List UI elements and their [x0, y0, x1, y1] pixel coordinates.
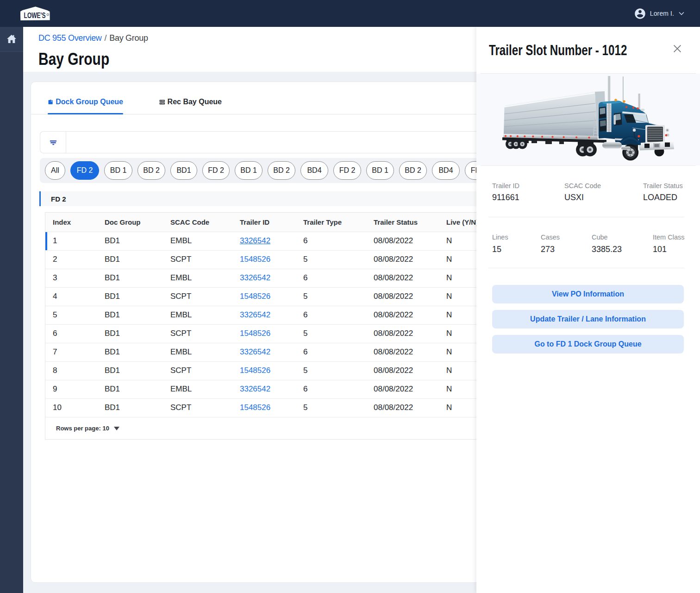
svg-text:LOWE'S: LOWE'S: [24, 11, 46, 19]
